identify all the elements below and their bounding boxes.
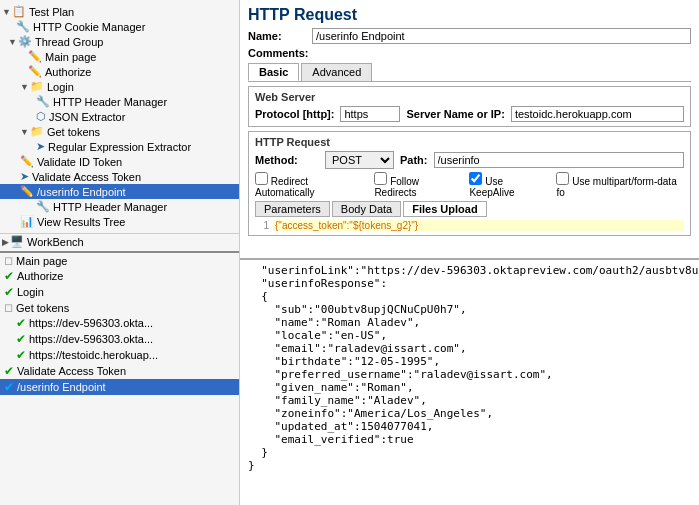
- http-request-title: HTTP Request: [255, 136, 684, 148]
- tab-advanced[interactable]: Advanced: [301, 63, 372, 81]
- comments-label: Comments:: [248, 47, 309, 59]
- web-server-section: Web Server Protocol [http]: Server Name …: [248, 86, 691, 127]
- body-content[interactable]: {"access_token":"${tokens_g2}"}: [273, 220, 684, 231]
- path-input[interactable]: [434, 152, 685, 168]
- redirect-checkbox-label[interactable]: Redirect Automatically: [255, 172, 366, 198]
- tree-label: Login: [17, 286, 44, 298]
- tree-item-viewresults[interactable]: 📊 View Results Tree: [0, 214, 239, 229]
- expand-workbench[interactable]: ▶: [2, 237, 9, 247]
- http-request-config: HTTP Request Name: Comments: Basic Advan…: [240, 0, 699, 260]
- result-panel: "userinfoLink":"https://dev-596303.oktap…: [240, 260, 699, 505]
- tree-label: Get tokens: [47, 126, 100, 138]
- multipart-checkbox-label[interactable]: Use multipart/form-data fo: [556, 172, 684, 198]
- tree-item-json[interactable]: ⬡ JSON Extractor: [0, 109, 239, 124]
- tree-label: Get tokens: [16, 302, 69, 314]
- tree-label: HTTP Cookie Manager: [33, 21, 145, 33]
- tree-label: Validate Access Token: [32, 171, 141, 183]
- tree-label: /userinfo Endpoint: [37, 186, 126, 198]
- tree-item-workbench[interactable]: ▶ 🖥️ WorkBench: [0, 233, 239, 249]
- multipart-checkbox[interactable]: [556, 172, 569, 185]
- tree-item-gettokens[interactable]: ▼ 📁 Get tokens: [0, 124, 239, 139]
- right-panel: HTTP Request Name: Comments: Basic Advan…: [240, 0, 699, 505]
- left-panel: ▼ 📋 Test Plan 🔧 HTTP Cookie Manager ▼ ⚙️…: [0, 0, 240, 505]
- tree-label: https://testoidc.herokuap...: [29, 349, 158, 361]
- b-tree-authorize[interactable]: ✔ Authorize: [0, 268, 239, 284]
- panel-title: HTTP Request: [248, 6, 691, 24]
- tree-label: JSON Extractor: [49, 111, 125, 123]
- subtabs-row: Parameters Body Data Files Upload: [255, 201, 684, 217]
- tree-item-test-plan[interactable]: ▼ 📋 Test Plan: [0, 4, 239, 19]
- tree-label: Main page: [45, 51, 96, 63]
- name-input[interactable]: [312, 28, 691, 44]
- web-server-title: Web Server: [255, 91, 684, 103]
- body-line-num: 1: [255, 220, 269, 231]
- tree-label: /userinfo Endpoint: [17, 381, 106, 393]
- tree-label: Authorize: [17, 270, 63, 282]
- protocol-label: Protocol [http]:: [255, 108, 334, 120]
- method-row: Method: POST GET PUT DELETE Path:: [255, 151, 684, 169]
- b-tree-url2[interactable]: ✔ https://dev-596303.okta...: [0, 331, 239, 347]
- b-tree-gettokens[interactable]: ◻ Get tokens: [0, 300, 239, 315]
- b-tree-validateaccess[interactable]: ✔ Validate Access Token: [0, 363, 239, 379]
- bottom-tree: ◻ Main page ✔ Authorize ✔ Login ◻ Get to…: [0, 251, 239, 395]
- tree-label: Main page: [16, 255, 67, 267]
- subtab-files[interactable]: Files Upload: [403, 201, 486, 217]
- result-text: "userinfoLink":"https://dev-596303.oktap…: [248, 264, 691, 472]
- workbench-label: WorkBench: [27, 236, 84, 248]
- path-label: Path:: [400, 154, 428, 166]
- checkboxes-row: Redirect Automatically Follow Redirects …: [255, 172, 684, 198]
- tree-item-httpheader[interactable]: 🔧 HTTP Header Manager: [0, 94, 239, 109]
- keepalive-checkbox-label[interactable]: Use KeepAlive: [469, 172, 548, 198]
- tree-item-validateaccess[interactable]: ➤ Validate Access Token: [0, 169, 239, 184]
- follow-checkbox-label[interactable]: Follow Redirects: [374, 172, 461, 198]
- http-request-section: HTTP Request Method: POST GET PUT DELETE…: [248, 131, 691, 236]
- config-tabs: Basic Advanced: [248, 63, 691, 82]
- tree-label: Login: [47, 81, 74, 93]
- subtab-body[interactable]: Body Data: [332, 201, 401, 217]
- tree-label: https://dev-596303.okta...: [29, 317, 153, 329]
- tree-item-httpheader2[interactable]: 🔧 HTTP Header Manager: [0, 199, 239, 214]
- tree-item-main[interactable]: ✏️ Main page: [0, 49, 239, 64]
- server-label: Server Name or IP:: [406, 108, 504, 120]
- expand-icon[interactable]: ▼: [8, 37, 17, 47]
- tree-label: Validate ID Token: [37, 156, 122, 168]
- expand-icon[interactable]: ▼: [20, 82, 29, 92]
- tree-label: View Results Tree: [37, 216, 125, 228]
- comments-row: Comments:: [248, 47, 691, 59]
- tree-label: HTTP Header Manager: [53, 96, 167, 108]
- tree-label: Authorize: [45, 66, 91, 78]
- name-row: Name:: [248, 28, 691, 44]
- tree-label: https://dev-596303.okta...: [29, 333, 153, 345]
- server-row: Protocol [http]: Server Name or IP:: [255, 106, 684, 122]
- tree-label: HTTP Header Manager: [53, 201, 167, 213]
- b-tree-url1[interactable]: ✔ https://dev-596303.okta...: [0, 315, 239, 331]
- tree-item-cookie[interactable]: 🔧 HTTP Cookie Manager: [0, 19, 239, 34]
- tree-label: Thread Group: [35, 36, 103, 48]
- tree-label: Regular Expression Extractor: [48, 141, 191, 153]
- name-label: Name:: [248, 30, 308, 42]
- protocol-input[interactable]: [340, 106, 400, 122]
- b-tree-userinfo[interactable]: ✔ /userinfo Endpoint: [0, 379, 239, 395]
- tree-item-thread[interactable]: ▼ ⚙️ Thread Group: [0, 34, 239, 49]
- tree-item-regex[interactable]: ➤ Regular Expression Extractor: [0, 139, 239, 154]
- b-tree-main[interactable]: ◻ Main page: [0, 253, 239, 268]
- keepalive-checkbox[interactable]: [469, 172, 482, 185]
- tree-item-userinfo[interactable]: ✏️ /userinfo Endpoint: [0, 184, 239, 199]
- server-input[interactable]: [511, 106, 684, 122]
- follow-checkbox[interactable]: [374, 172, 387, 185]
- tree-item-login[interactable]: ▼ 📁 Login: [0, 79, 239, 94]
- expand-icon[interactable]: ▼: [20, 127, 29, 137]
- tree-item-validateid[interactable]: ✏️ Validate ID Token: [0, 154, 239, 169]
- tab-basic[interactable]: Basic: [248, 63, 299, 81]
- method-select[interactable]: POST GET PUT DELETE: [325, 151, 394, 169]
- tree-top: ▼ 📋 Test Plan 🔧 HTTP Cookie Manager ▼ ⚙️…: [0, 0, 239, 233]
- method-label: Method:: [255, 154, 315, 166]
- expand-icon[interactable]: ▼: [2, 7, 11, 17]
- body-row: 1 {"access_token":"${tokens_g2}"}: [255, 220, 684, 231]
- tree-item-authorize[interactable]: ✏️ Authorize: [0, 64, 239, 79]
- b-tree-login[interactable]: ✔ Login: [0, 284, 239, 300]
- redirect-checkbox[interactable]: [255, 172, 268, 185]
- b-tree-url3[interactable]: ✔ https://testoidc.herokuap...: [0, 347, 239, 363]
- subtab-params[interactable]: Parameters: [255, 201, 330, 217]
- tree-label: Validate Access Token: [17, 365, 126, 377]
